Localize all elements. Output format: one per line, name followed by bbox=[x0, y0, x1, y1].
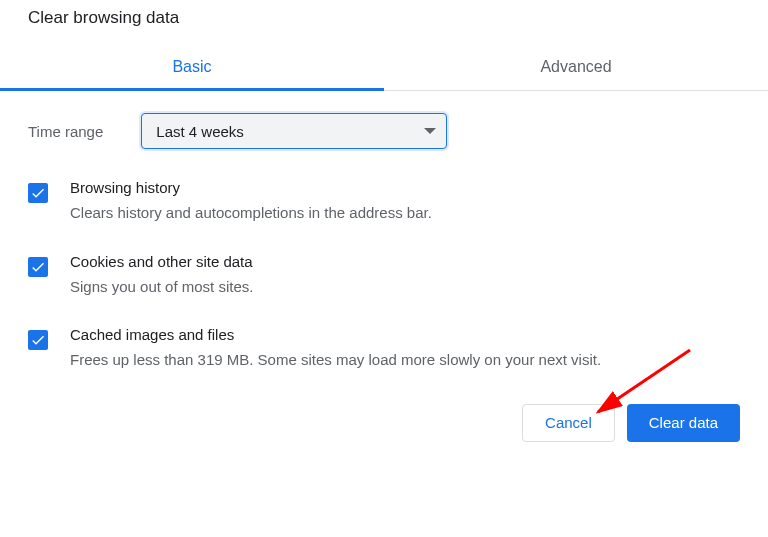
check-icon bbox=[30, 259, 46, 275]
check-icon bbox=[30, 332, 46, 348]
option-desc: Clears history and autocompletions in th… bbox=[70, 202, 740, 225]
clear-data-button[interactable]: Clear data bbox=[627, 404, 740, 442]
cancel-button[interactable]: Cancel bbox=[522, 404, 615, 442]
chevron-down-icon bbox=[424, 128, 436, 134]
checkbox-cookies[interactable] bbox=[28, 257, 48, 277]
checkbox-cache[interactable] bbox=[28, 330, 48, 350]
time-range-value: Last 4 weeks bbox=[156, 123, 244, 140]
dialog-title: Clear browsing data bbox=[0, 0, 768, 44]
option-title: Browsing history bbox=[70, 179, 740, 196]
tab-advanced[interactable]: Advanced bbox=[384, 44, 768, 90]
time-range-select[interactable]: Last 4 weeks bbox=[141, 113, 447, 149]
option-desc: Signs you out of most sites. bbox=[70, 276, 740, 299]
tabs: Basic Advanced bbox=[0, 44, 768, 91]
option-title: Cached images and files bbox=[70, 326, 740, 343]
option-cookies: Cookies and other site data Signs you ou… bbox=[28, 253, 740, 299]
time-range-label: Time range bbox=[28, 123, 103, 140]
option-title: Cookies and other site data bbox=[70, 253, 740, 270]
option-desc: Frees up less than 319 MB. Some sites ma… bbox=[70, 349, 740, 372]
check-icon bbox=[30, 185, 46, 201]
option-browsing-history: Browsing history Clears history and auto… bbox=[28, 179, 740, 225]
option-cache: Cached images and files Frees up less th… bbox=[28, 326, 740, 372]
checkbox-browsing-history[interactable] bbox=[28, 183, 48, 203]
tab-basic[interactable]: Basic bbox=[0, 44, 384, 90]
